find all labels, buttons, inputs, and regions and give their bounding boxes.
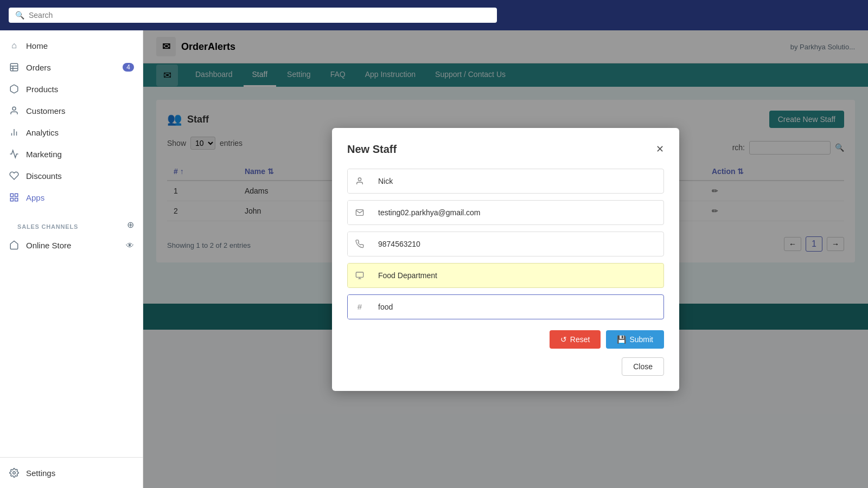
svg-rect-8	[10, 194, 13, 196]
sidebar-label-products: Products	[26, 85, 58, 94]
department-input[interactable]	[372, 266, 663, 285]
phone-input[interactable]	[372, 234, 663, 254]
close-button[interactable]: Close	[622, 357, 664, 376]
search-icon: 🔍	[15, 11, 24, 20]
discounts-icon	[9, 170, 20, 181]
sidebar-item-products[interactable]: Products	[0, 78, 143, 100]
sidebar-item-settings[interactable]: Settings	[0, 462, 143, 484]
user-icon	[348, 169, 372, 193]
email-input[interactable]	[372, 203, 663, 222]
modal-actions: ↺ Reset 💾 Submit	[347, 330, 664, 349]
sidebar-label-marketing: Marketing	[26, 150, 62, 159]
online-store-icon	[9, 240, 20, 251]
sidebar: ⌂ Home Orders 4 Products Cus	[0, 30, 143, 488]
sidebar-item-apps[interactable]: Apps	[0, 187, 143, 208]
phone-icon	[348, 232, 372, 256]
sidebar-label-customers: Customers	[26, 106, 66, 115]
sidebar-item-discounts[interactable]: Discounts	[0, 165, 143, 187]
analytics-icon	[9, 127, 20, 138]
name-field	[347, 169, 664, 194]
sidebar-nav: ⌂ Home Orders 4 Products Cus	[0, 30, 143, 457]
sidebar-item-online-store[interactable]: Online Store 👁	[0, 234, 143, 256]
sidebar-label-apps: Apps	[26, 193, 44, 202]
sidebar-label-discounts: Discounts	[26, 171, 62, 181]
main-layout: ⌂ Home Orders 4 Products Cus	[0, 30, 868, 488]
sidebar-item-home[interactable]: ⌂ Home	[0, 35, 143, 56]
sidebar-label-orders: Orders	[26, 63, 51, 72]
tag-input[interactable]	[372, 297, 663, 317]
search-input[interactable]	[29, 11, 490, 20]
content-area: ✉ OrderAlerts by Parkhya Solutio... ✉ Da…	[143, 30, 868, 488]
submit-icon: 💾	[617, 335, 626, 344]
reset-button[interactable]: ↺ Reset	[550, 330, 601, 349]
tag-field: #	[347, 294, 664, 319]
department-field	[347, 263, 664, 288]
svg-rect-11	[15, 198, 18, 201]
settings-icon	[9, 467, 20, 478]
marketing-icon	[9, 149, 20, 159]
new-staff-modal: New Staff ✕	[332, 128, 679, 391]
sales-channels-header: SALES CHANNELS ⊕	[0, 213, 143, 234]
apps-icon	[9, 192, 20, 203]
top-bar: 🔍	[0, 0, 868, 30]
reset-label: Reset	[570, 335, 590, 344]
sidebar-bottom: Settings	[0, 457, 143, 488]
sidebar-item-customers[interactable]: Customers	[0, 100, 143, 121]
svg-rect-14	[356, 272, 363, 277]
sidebar-item-marketing[interactable]: Marketing	[0, 143, 143, 165]
sales-channels-title: SALES CHANNELS	[9, 217, 87, 232]
modal-title: New Staff	[347, 143, 397, 156]
submit-label: Submit	[629, 335, 653, 344]
modal-footer: Close	[347, 357, 664, 376]
view-store-icon[interactable]: 👁	[126, 241, 134, 250]
sidebar-item-orders[interactable]: Orders 4	[0, 56, 143, 78]
settings-label: Settings	[26, 468, 55, 478]
sidebar-label-home: Home	[26, 41, 48, 50]
sidebar-item-analytics[interactable]: Analytics	[0, 121, 143, 143]
home-icon: ⌂	[9, 40, 20, 51]
phone-field	[347, 232, 664, 256]
svg-point-12	[13, 472, 16, 474]
modal-header: New Staff ✕	[347, 143, 664, 156]
products-icon	[9, 84, 20, 94]
svg-rect-10	[10, 198, 13, 201]
department-icon	[348, 264, 372, 287]
customers-icon	[9, 105, 20, 116]
email-field	[347, 200, 664, 225]
modal-close-x-button[interactable]: ✕	[656, 143, 664, 155]
name-input[interactable]	[372, 171, 663, 191]
orders-icon	[9, 62, 20, 73]
orders-badge: 4	[123, 63, 134, 72]
svg-point-4	[12, 107, 16, 110]
sidebar-label-analytics: Analytics	[26, 128, 59, 137]
modal-overlay: New Staff ✕	[143, 30, 868, 488]
svg-point-13	[358, 178, 361, 181]
reset-icon: ↺	[560, 335, 567, 344]
submit-button[interactable]: 💾 Submit	[606, 330, 664, 349]
sales-channels-section: SALES CHANNELS ⊕ Online Store 👁	[0, 213, 143, 256]
tag-icon: #	[348, 295, 372, 319]
email-icon	[348, 201, 372, 224]
svg-rect-0	[10, 63, 18, 71]
svg-rect-9	[15, 194, 18, 196]
search-box[interactable]: 🔍	[9, 8, 497, 23]
online-store-label: Online Store	[26, 241, 71, 250]
add-channel-icon[interactable]: ⊕	[127, 220, 134, 230]
